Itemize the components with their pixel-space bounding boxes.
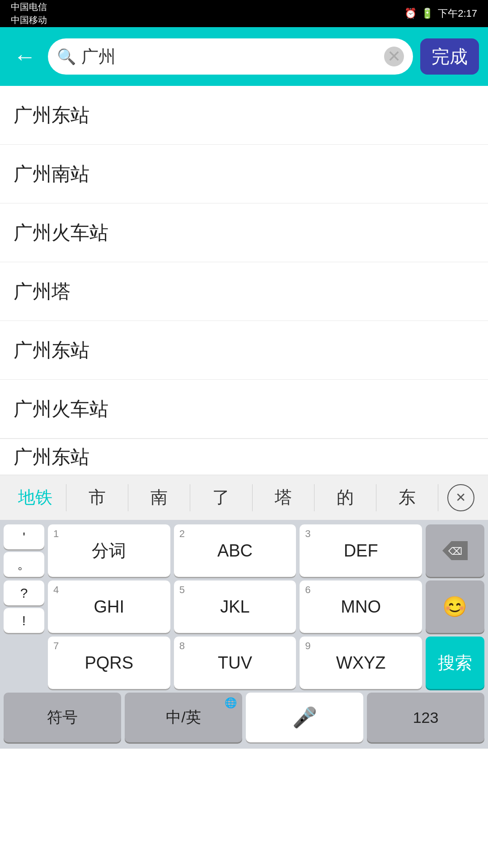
suggestion-item[interactable]: 广州塔 [0,262,488,321]
special-keys-col: ' 。 [4,524,44,577]
key-tuv[interactable]: 8 TUV [174,637,296,689]
suggestion-item-partial[interactable]: 广州东站 [0,439,488,475]
candidate-item-ta[interactable]: 塔 [253,475,314,520]
suggestion-item[interactable]: 广州南站 [0,145,488,203]
key-mno[interactable]: 6 MNO [300,580,422,633]
key-period[interactable]: 。 [4,552,44,577]
svg-text:⌫: ⌫ [448,546,462,557]
suggestion-item[interactable]: 广州东站 [0,86,488,145]
back-button[interactable]: ← [9,43,41,70]
key-apostrophe[interactable]: ' [4,524,44,549]
emoji-button[interactable]: 😊 [426,580,484,633]
carrier1-label: 中国电信 [11,1,47,13]
key-fuhao[interactable]: 符号 [4,693,121,742]
key-fenci[interactable]: 1 分词 [48,524,170,577]
suggestion-list: 广州东站 广州南站 广州火车站 广州塔 广州东站 广州火车站 广州东站 [0,86,488,475]
emoji-icon: 😊 [442,595,467,618]
carrier2-label: 中国移动 [11,14,47,26]
key-jkl[interactable]: 5 JKL [174,580,296,633]
empty-col [4,637,44,689]
time-label: 下午2:17 [438,7,477,20]
candidate-bar: 地铁 市 南 了 塔 的 东 ✕ [0,475,488,520]
status-icons: ⏰ 🔋 下午2:17 [404,7,477,20]
key-wxyz[interactable]: 9 WXYZ [300,637,422,689]
candidate-item-nan[interactable]: 南 [128,475,190,520]
key-zhongen[interactable]: 🌐 中/英 [125,693,242,742]
key-def[interactable]: 3 DEF [300,524,422,577]
candidate-item-dитie[interactable]: 地铁 [5,475,66,520]
globe-icon: 🌐 [225,697,237,709]
candidate-item-shi[interactable]: 市 [66,475,128,520]
backspace-button[interactable]: ⌫ [426,524,484,577]
keyboard: ' 。 1 分词 2 ABC 3 DEF ⌫ [0,520,488,749]
suggestion-item[interactable]: 广州火车站 [0,380,488,439]
special-keys-col2: ? ! [4,580,44,633]
battery-icon: 🔋 [421,8,433,19]
key-pqrs[interactable]: 7 PQRS [48,637,170,689]
key-question[interactable]: ? [4,580,44,605]
key-ghi[interactable]: 4 GHI [48,580,170,633]
clear-button[interactable]: ✕ [384,47,404,66]
candidate-item-dong[interactable]: 东 [376,475,438,520]
key-space-mic[interactable]: 🎤 [246,693,363,742]
mic-icon: 🎤 [292,706,317,729]
candidate-delete-circle-icon: ✕ [447,484,474,511]
key-123[interactable]: 123 [367,693,484,742]
status-bar: 中国电信 中国移动 ⏰ 🔋 下午2:17 [0,0,488,27]
suggestion-item[interactable]: 广州东站 [0,321,488,380]
candidate-item-le[interactable]: 了 [190,475,252,520]
key-abc[interactable]: 2 ABC [174,524,296,577]
carrier-info: 中国电信 中国移动 [11,1,47,26]
search-box: 🔍 广州 ✕ [48,38,413,75]
search-icon: 🔍 [57,47,76,66]
suggestion-item[interactable]: 广州火车站 [0,203,488,262]
alarm-icon: ⏰ [404,8,417,19]
candidate-delete-button[interactable]: ✕ [438,475,483,520]
search-input[interactable]: 广州 [81,45,379,68]
done-button[interactable]: 完成 [420,38,479,75]
candidate-item-de[interactable]: 的 [314,475,376,520]
header: ← 🔍 广州 ✕ 完成 [0,27,488,86]
key-exclaim[interactable]: ! [4,608,44,633]
search-button[interactable]: 搜索 [426,637,484,689]
